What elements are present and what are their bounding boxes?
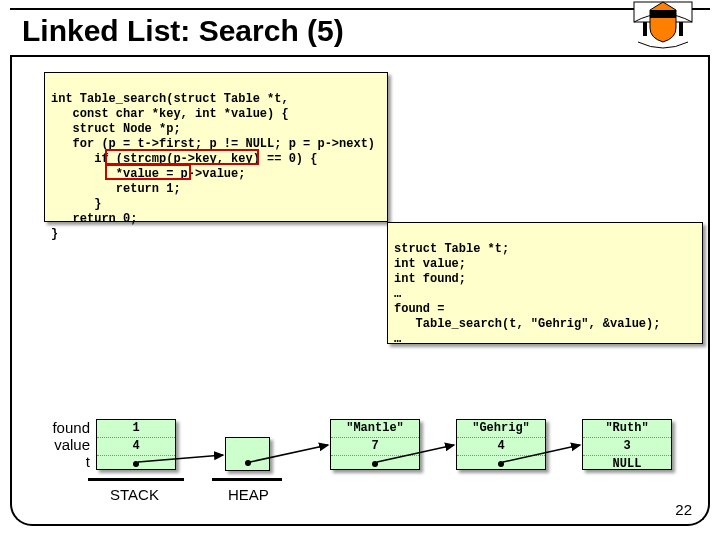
node-key: "Gehrig" (457, 420, 545, 438)
heap-label: HEAP (228, 486, 269, 503)
stack-label: STACK (110, 486, 159, 503)
node-val: 4 (457, 438, 545, 456)
code-line: return 0; (51, 212, 137, 226)
code-line: int value; (394, 257, 466, 271)
code-line: } (51, 197, 101, 211)
code-line: int Table_search(struct Table *t, (51, 92, 289, 106)
node-next (331, 456, 419, 473)
node-next: NULL (583, 456, 671, 473)
table-first-cell (226, 438, 269, 455)
label-t: t (34, 453, 90, 470)
code-line: Table_search(t, "Gehrig", &value); (394, 317, 660, 331)
pointer-dot-icon (245, 460, 251, 466)
code-caller: struct Table *t; int value; int found; …… (387, 222, 703, 344)
code-line: found = (394, 302, 444, 316)
code-line: } (51, 227, 58, 241)
code-line: const char *key, int *value) { (51, 107, 289, 121)
slide-title: Linked List: Search (5) (22, 14, 344, 48)
pointer-dot-icon (498, 461, 504, 467)
svg-rect-1 (643, 22, 647, 36)
stack-frame: 1 4 (96, 419, 176, 470)
title-rule-top (10, 8, 710, 10)
code-line: struct Node *p; (51, 122, 181, 136)
heap-baseline (212, 478, 282, 481)
highlight-box-2 (105, 164, 191, 180)
highlight-box-1 (105, 149, 259, 165)
code-line: … (394, 332, 401, 346)
stack-cell-value: 4 (97, 438, 175, 456)
stack-cell-found: 1 (97, 420, 175, 438)
node-gehrig: "Gehrig" 4 (456, 419, 546, 470)
svg-rect-2 (679, 22, 683, 36)
slide: Linked List: Search (5) int Table_search… (0, 0, 720, 540)
node-key: "Ruth" (583, 420, 671, 438)
node-next (457, 456, 545, 473)
pointer-dot-icon (372, 461, 378, 467)
node-val: 3 (583, 438, 671, 456)
princeton-crest-icon (628, 0, 698, 52)
node-mantle: "Mantle" 7 (330, 419, 420, 470)
code-line: int found; (394, 272, 466, 286)
label-value: value (34, 436, 90, 453)
stack-var-labels: found value t (34, 419, 90, 470)
heap-table-struct (225, 437, 270, 471)
code-line: return 1; (51, 182, 181, 196)
stack-baseline (88, 478, 184, 481)
code-line: … (394, 287, 401, 301)
node-ruth: "Ruth" 3 NULL (582, 419, 672, 470)
node-key: "Mantle" (331, 420, 419, 438)
code-line: struct Table *t; (394, 242, 509, 256)
label-found: found (34, 419, 90, 436)
node-val: 7 (331, 438, 419, 456)
table-ptr-cell (226, 455, 269, 472)
stack-cell-t (97, 456, 175, 473)
page-number: 22 (675, 501, 692, 518)
pointer-dot-icon (133, 461, 139, 467)
code-function: int Table_search(struct Table *t, const … (44, 72, 388, 222)
